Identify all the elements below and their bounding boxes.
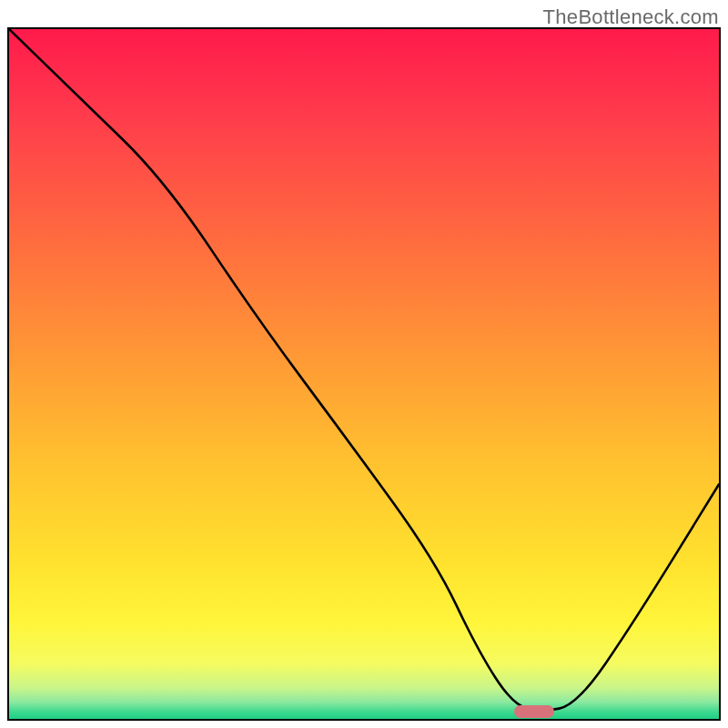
- bottleneck-chart: [9, 29, 719, 719]
- optimal-marker-icon: [514, 705, 554, 718]
- watermark-label: TheBottleneck.com: [543, 5, 719, 29]
- chart-frame: [7, 27, 721, 721]
